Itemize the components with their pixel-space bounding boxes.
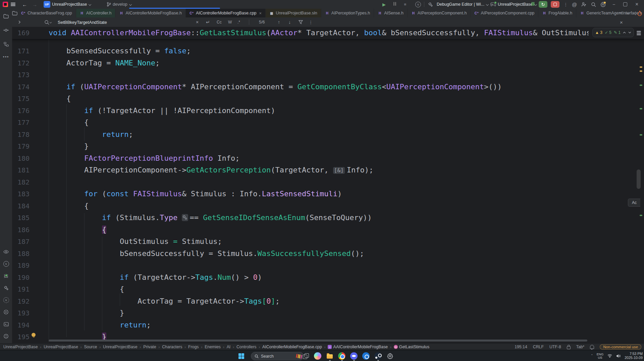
- tab-AIPerceptionTypes.h[interactable]: HAIPerceptionTypes.h: [321, 9, 374, 17]
- activity-terminal-icon[interactable]: [2, 320, 10, 328]
- breadcrumb-item[interactable]: UnrealProjectBase: [44, 345, 78, 349]
- clear-search-icon[interactable]: ×: [196, 17, 199, 27]
- rider-logo-icon[interactable]: [3, 0, 8, 9]
- tab-CharacterBaseFrog.cpp[interactable]: C⁺CharacterBaseFrog.cpp: [17, 9, 76, 17]
- settings-gear-icon[interactable]: [600, 0, 606, 9]
- pause-button[interactable]: [393, 0, 396, 9]
- line-number-194[interactable]: 194: [12, 319, 30, 331]
- code-with-me-icon[interactable]: @: [572, 0, 577, 9]
- tab-list-dropdown[interactable]: [627, 9, 629, 17]
- code-line-174[interactable]: 174if (UAIPerceptionComponent* AIPercept…: [12, 81, 644, 93]
- line-number-180[interactable]: 180: [12, 152, 30, 164]
- next-problem-chevron[interactable]: [628, 32, 631, 34]
- whole-words-toggle[interactable]: W: [227, 17, 233, 27]
- taskbar-icon-settings[interactable]: [386, 352, 394, 360]
- code-line-194[interactable]: 194return;: [12, 319, 644, 331]
- breadcrumb-item[interactable]: UnrealProjectBase: [3, 345, 38, 349]
- code-line-185[interactable]: 185if (Stimulus.Type == GetSenseIDofSens…: [12, 212, 644, 224]
- taskbar-search[interactable]: Search: [251, 352, 304, 360]
- activity-debug-icon[interactable]: [2, 272, 10, 280]
- code-line-191[interactable]: 191{: [12, 283, 644, 295]
- readonly-lock-icon[interactable]: [567, 346, 571, 349]
- code-editor[interactable]: 171bSensedSuccessfully = false;172ActorT…: [12, 27, 644, 343]
- newline-icon[interactable]: ↵: [206, 17, 210, 27]
- encoding[interactable]: UTF-8: [549, 345, 561, 349]
- line-number-189[interactable]: 189: [12, 259, 30, 271]
- regex-toggle[interactable]: .*: [236, 17, 241, 27]
- line-number-187[interactable]: 187: [12, 236, 30, 248]
- more-actions-button[interactable]: ⋮: [564, 0, 568, 9]
- vcs-branch-widget[interactable]: develop: [107, 0, 132, 9]
- line-number-174[interactable]: 174: [12, 81, 30, 93]
- code-line-182[interactable]: 182: [12, 176, 644, 188]
- line-number-191[interactable]: 191: [12, 283, 30, 295]
- profiler-flame-icon[interactable]: [637, 9, 642, 18]
- line-number-173[interactable]: 173: [12, 69, 30, 81]
- intention-bulb-icon[interactable]: [32, 333, 36, 337]
- wifi-icon[interactable]: [607, 354, 612, 358]
- breadcrumb-item[interactable]: Frogs: [188, 345, 199, 349]
- code-line-179[interactable]: 179}: [12, 140, 644, 152]
- line-number-171[interactable]: 171: [12, 45, 30, 57]
- line-number-172[interactable]: 172: [12, 57, 30, 69]
- line-number-181[interactable]: 181: [12, 164, 30, 176]
- hide-tabs-button[interactable]: −: [619, 9, 622, 17]
- activity-commit-icon[interactable]: [2, 26, 10, 34]
- sticky-function-header[interactable]: 169void AAIControllerMobileFrogBase::Get…: [12, 27, 644, 39]
- line-number-186[interactable]: 186: [12, 224, 30, 236]
- stop-process-button[interactable]: [551, 0, 559, 9]
- filter-icon[interactable]: [299, 17, 303, 27]
- caret-position[interactable]: 195:14: [515, 345, 527, 349]
- clock[interactable]: 7:53 PM2025-10-09: [625, 352, 643, 360]
- tab-AISense.h[interactable]: HAISense.h: [374, 9, 408, 17]
- line-number-175[interactable]: 175: [12, 93, 30, 105]
- activity-problems-icon[interactable]: [2, 332, 10, 340]
- main-menu-button[interactable]: [11, 0, 15, 9]
- line-number-176[interactable]: 176: [12, 105, 30, 117]
- line-number-193[interactable]: 193: [12, 307, 30, 319]
- tab-AIController.h[interactable]: HAIController.h: [76, 9, 116, 17]
- back-button[interactable]: ←: [22, 0, 27, 9]
- code-line-180[interactable]: 180FActorPerceptionBlueprintInfo Info;: [12, 152, 644, 164]
- expand-replace-chevron[interactable]: [18, 17, 21, 27]
- taskbar-icon-discord[interactable]: [350, 352, 358, 360]
- run-config-selector[interactable]: DebugGame Editor | Wi...: [437, 0, 489, 9]
- code-line-177[interactable]: 177{: [12, 116, 644, 128]
- code-line-176[interactable]: 176if (!TargetActor || !AIPerceptionComp…: [12, 105, 644, 117]
- start-button[interactable]: [237, 352, 246, 360]
- line-number-182[interactable]: 182: [12, 176, 30, 188]
- code-line-192[interactable]: 192ActorTag = TargetActor->Tags[0];: [12, 295, 644, 307]
- tab-FrogAlable.h[interactable]: HFrogAlable.h: [538, 9, 576, 17]
- minimize-button[interactable]: −: [612, 0, 615, 9]
- forward-button[interactable]: →: [32, 0, 37, 9]
- close-button[interactable]: ×: [635, 0, 638, 9]
- breadcrumb-item[interactable]: Controllers: [236, 345, 256, 349]
- line-number-192[interactable]: 192: [12, 295, 30, 307]
- match-case-toggle[interactable]: Cc: [215, 17, 223, 27]
- tab-scroll-indicator[interactable]: [129, 8, 220, 9]
- license-badge[interactable]: Non-commercial use: [600, 344, 641, 350]
- stripe-mark-ok[interactable]: [640, 134, 642, 136]
- vertical-scrollbar[interactable]: [637, 169, 641, 189]
- search-history-icon[interactable]: [44, 17, 52, 27]
- stripe-mark-ok[interactable]: [640, 108, 642, 109]
- activity-build-icon[interactable]: [2, 284, 10, 292]
- activity-unreal-icon[interactable]: u: [2, 260, 10, 268]
- code-line-173[interactable]: 173: [12, 69, 644, 81]
- unreal-engine-icon[interactable]: u: [415, 0, 421, 9]
- stripe-mark-ok[interactable]: [640, 215, 642, 216]
- next-match-button[interactable]: ↓: [288, 17, 291, 27]
- taskbar-icon-file-explorer[interactable]: [325, 352, 334, 360]
- activity-preview-icon[interactable]: [2, 248, 10, 256]
- build-hammer-icon[interactable]: [428, 0, 433, 9]
- stripe-mark-ok[interactable]: [640, 85, 642, 86]
- inspections-stack-icon[interactable]: [637, 31, 641, 36]
- code-line-181[interactable]: 181AIPerceptionComponent->GetActorsPerce…: [12, 164, 644, 176]
- breadcrumb-item[interactable]: AI: [227, 345, 231, 349]
- rerun-button[interactable]: ↻: [539, 0, 547, 9]
- project-view-folder-icon[interactable]: [12, 9, 17, 17]
- taskbar-icon-copilot[interactable]: [313, 352, 322, 360]
- line-separator[interactable]: CRLF: [533, 345, 544, 349]
- taskbar-icon-chrome[interactable]: [337, 352, 346, 360]
- code-line-175[interactable]: 175{: [12, 93, 644, 105]
